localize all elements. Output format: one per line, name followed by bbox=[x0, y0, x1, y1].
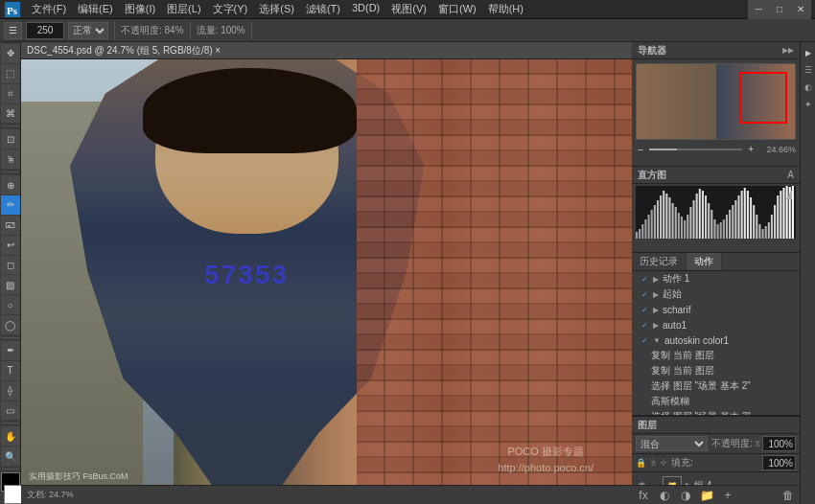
tool-options-btn[interactable]: ☰ bbox=[4, 22, 22, 39]
lasso-tool[interactable]: ⌗ bbox=[1, 84, 20, 103]
action-check-2: ✓ bbox=[640, 305, 649, 314]
menu-image[interactable]: 图像(I) bbox=[120, 1, 160, 17]
zoom-tool[interactable]: 🔍 bbox=[1, 447, 20, 466]
action-item-7[interactable]: 选择 图层 "场景 基本 2" bbox=[632, 378, 800, 394]
nav-collapse-btn[interactable]: ▶▶ bbox=[782, 46, 794, 55]
navigator-content: – + 24.66% bbox=[632, 59, 800, 166]
menu-help[interactable]: 帮助(H) bbox=[483, 1, 528, 17]
opacity-label: 不透明度: 84% bbox=[121, 24, 184, 37]
new-group-btn[interactable]: 📁 bbox=[699, 488, 714, 503]
strip-icon-2[interactable]: ☰ bbox=[802, 63, 815, 77]
shape-tool[interactable]: ▭ bbox=[1, 401, 20, 421]
background-color[interactable] bbox=[4, 485, 23, 504]
canvas-content[interactable]: 57353 实用摄影技巧 FsBus.CoM POCO 摄影专题 http://… bbox=[21, 59, 632, 504]
canvas-tab-title: DSC_4554.psd @ 24.7% (组 5, RGB/8位/8) × bbox=[27, 44, 221, 57]
action-item-3[interactable]: ✓ ▶ auto1 bbox=[632, 317, 800, 332]
crop-tool[interactable]: ⊡ bbox=[1, 129, 20, 149]
add-mask-btn[interactable]: ◐ bbox=[657, 488, 672, 503]
navigator-view-box[interactable] bbox=[739, 72, 787, 125]
dodge-tool[interactable]: ◯ bbox=[1, 315, 20, 334]
menu-text[interactable]: 文字(Y) bbox=[208, 1, 253, 17]
close-button[interactable]: ✕ bbox=[790, 0, 811, 19]
brush-tool[interactable]: ✏ bbox=[1, 195, 20, 215]
tab-actions[interactable]: 动作 bbox=[687, 253, 722, 270]
action-item-6[interactable]: 复制 当前 图层 bbox=[632, 363, 800, 378]
opacity-icon[interactable]: ⧖ bbox=[755, 439, 760, 449]
zoom-out-btn[interactable]: – bbox=[636, 144, 645, 154]
action-item-9[interactable]: 选择 图层 "场景 基本 3" bbox=[632, 409, 800, 416]
svg-rect-46 bbox=[768, 222, 770, 239]
clone-tool[interactable]: 🖃 bbox=[1, 216, 20, 235]
strip-icon-3[interactable]: ◐ bbox=[802, 80, 815, 94]
minimize-button[interactable]: ─ bbox=[748, 0, 769, 19]
lock-icon: 🔒 🖱 ✛ bbox=[636, 458, 667, 468]
navigator-thumbnail[interactable] bbox=[636, 63, 796, 140]
tool-separator-2 bbox=[2, 172, 19, 172]
navigator-zoom-bar: – + 24.66% bbox=[636, 144, 796, 154]
add-style-btn[interactable]: fx bbox=[636, 488, 651, 503]
tools-panel: ✥ ⬚ ⌗ ⌘ ⊡ 🖰 ⊕ ✏ 🖃 ↩ ◻ ▨ ○ ◯ ✒ T ⟠ ▭ ✋ 🔍 bbox=[0, 42, 21, 504]
canvas-area: DSC_4554.psd @ 24.7% (组 5, RGB/8位/8) × bbox=[21, 42, 632, 504]
blur-tool[interactable]: ○ bbox=[1, 295, 20, 314]
history-brush-tool[interactable]: ↩ bbox=[1, 236, 20, 255]
select-tool[interactable]: ⬚ bbox=[1, 64, 20, 83]
eraser-tool[interactable]: ◻ bbox=[1, 256, 20, 275]
zoom-slider[interactable] bbox=[649, 149, 743, 150]
magic-wand-tool[interactable]: ⌘ bbox=[1, 104, 20, 124]
menu-edit[interactable]: 编辑(E) bbox=[73, 1, 118, 17]
opacity-input[interactable] bbox=[762, 436, 796, 451]
brush-mode-select[interactable]: 正常 bbox=[68, 22, 108, 39]
tab-history[interactable]: 历史记录 bbox=[632, 253, 687, 270]
svg-rect-31 bbox=[723, 219, 725, 239]
ps-logo: Ps bbox=[4, 1, 21, 18]
action-item-2[interactable]: ✓ ▶ scharif bbox=[632, 302, 800, 317]
fill-input[interactable] bbox=[762, 455, 796, 470]
pen-tool[interactable]: ✒ bbox=[1, 341, 20, 360]
blend-mode-select[interactable]: 混合 bbox=[636, 436, 708, 451]
strip-icon-4[interactable]: ✦ bbox=[802, 98, 815, 111]
navigator-panel: 导航器 ▶▶ – bbox=[632, 42, 800, 167]
svg-rect-45 bbox=[765, 226, 767, 239]
new-layer-btn[interactable]: + bbox=[720, 488, 735, 503]
brick-wall bbox=[357, 59, 632, 485]
action-label-0: 动作 1 bbox=[663, 272, 689, 286]
hair-area bbox=[143, 68, 357, 153]
navigator-title: 导航器 bbox=[638, 44, 666, 57]
maximize-button[interactable]: □ bbox=[769, 0, 790, 19]
strip-icon-1[interactable]: ▶ bbox=[802, 46, 815, 59]
action-item-5[interactable]: 复制 当前 图层 bbox=[632, 348, 800, 363]
action-item-1[interactable]: ✓ ▶ 起始 bbox=[632, 286, 800, 302]
action-check-1: ✓ bbox=[640, 289, 649, 299]
action-label-1: 起始 bbox=[663, 287, 682, 301]
menu-view[interactable]: 视图(V) bbox=[386, 1, 431, 17]
action-item-8[interactable]: 高斯模糊 bbox=[632, 394, 800, 409]
menu-layer[interactable]: 图层(L) bbox=[162, 1, 205, 17]
menu-select[interactable]: 选择(S) bbox=[254, 1, 299, 17]
move-tool[interactable]: ✥ bbox=[1, 44, 20, 63]
svg-rect-25 bbox=[705, 195, 707, 239]
path-tool[interactable]: ⟠ bbox=[1, 381, 20, 401]
action-label-5: 复制 当前 图层 bbox=[651, 349, 714, 362]
action-item-4[interactable]: ✓ ▼ autoskin color1 bbox=[632, 332, 800, 348]
zoom-in-btn[interactable]: + bbox=[746, 144, 756, 154]
new-adjustment-btn[interactable]: ◑ bbox=[678, 488, 693, 503]
healing-tool[interactable]: ⊕ bbox=[1, 175, 20, 195]
menu-window[interactable]: 窗口(W) bbox=[433, 1, 481, 17]
hand-tool[interactable]: ✋ bbox=[1, 426, 20, 446]
right-side: 导航器 ▶▶ – bbox=[632, 42, 815, 504]
eyedropper-tool[interactable]: 🖰 bbox=[1, 149, 20, 169]
menu-file[interactable]: 文件(F) bbox=[27, 1, 71, 17]
svg-rect-9 bbox=[657, 200, 659, 239]
svg-rect-29 bbox=[717, 224, 719, 239]
text-tool[interactable]: T bbox=[1, 361, 20, 380]
menu-3d[interactable]: 3D(D) bbox=[347, 1, 384, 17]
layer-group4[interactable]: 👁 📁 ▶ 组 4 bbox=[632, 472, 800, 485]
action-item-0[interactable]: ✓ ▶ 动作 1 bbox=[632, 271, 800, 286]
menu-filter[interactable]: 滤镜(T) bbox=[301, 1, 345, 17]
delete-layer-btn[interactable]: 🗑 bbox=[780, 488, 796, 503]
action-arrow-3: ▶ bbox=[653, 321, 659, 330]
history-panel: 历史记录 动作 ✓ ▶ 动作 1 ✓ ▶ 起始 bbox=[632, 253, 800, 416]
brush-size-input[interactable] bbox=[26, 22, 64, 39]
actions-list: ✓ ▶ 动作 1 ✓ ▶ 起始 ✓ ▶ scharif bbox=[632, 271, 800, 416]
gradient-tool[interactable]: ▨ bbox=[1, 275, 20, 294]
